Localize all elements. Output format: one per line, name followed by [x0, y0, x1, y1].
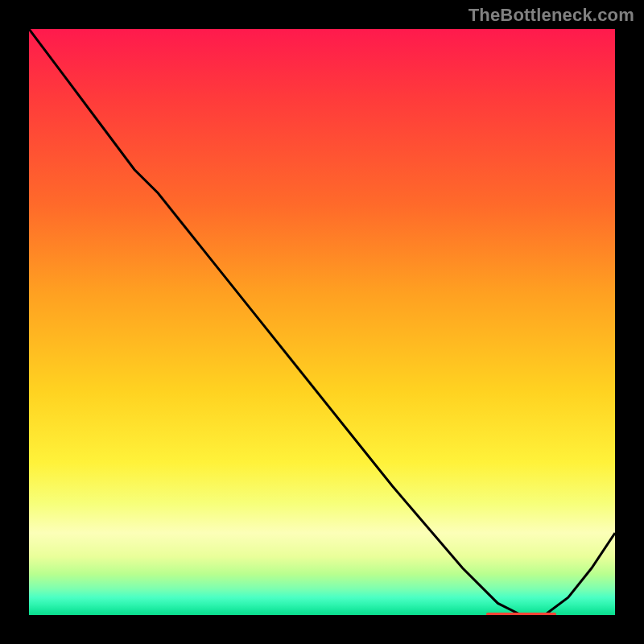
- curve-svg: [29, 29, 615, 615]
- chart-frame: TheBottleneck.com: [0, 0, 644, 644]
- watermark-label: TheBottleneck.com: [469, 5, 634, 26]
- plot-area: [29, 29, 615, 615]
- bottleneck-curve: [29, 29, 615, 615]
